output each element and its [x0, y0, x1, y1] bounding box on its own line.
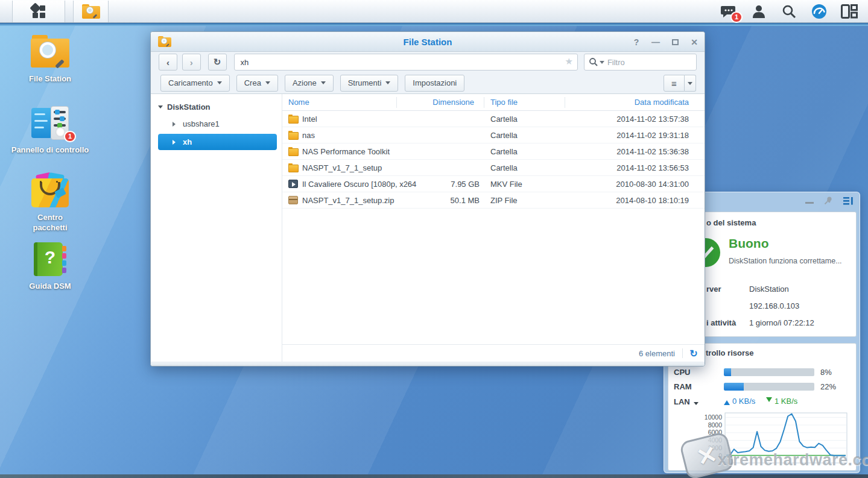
main-menu-button[interactable] — [12, 1, 65, 22]
upload-menu-button[interactable]: Caricamento — [160, 75, 230, 92]
settings-button[interactable]: Impostazioni — [405, 75, 464, 92]
column-header-size[interactable]: Dimensione — [397, 97, 484, 108]
widget-panel-icon[interactable] — [843, 196, 854, 206]
system-health-button[interactable] — [810, 2, 828, 20]
lan-label[interactable]: LAN — [674, 397, 690, 406]
desktop-icon-label: Pannello di controllo — [5, 145, 95, 155]
package-center-icon — [31, 174, 69, 207]
cpu-bar — [724, 368, 814, 376]
column-header-modified[interactable]: Data modificata — [565, 97, 705, 108]
chevron-right-icon — [173, 122, 178, 127]
desktop-icon-label: Centro pacchetti — [23, 212, 77, 233]
widget-minimize-button[interactable] — [805, 202, 814, 204]
maximize-button[interactable] — [670, 39, 680, 45]
upload-arrow-icon — [724, 397, 730, 405]
chevron-down-icon — [385, 81, 390, 87]
dsm-help-icon: ? — [34, 242, 66, 276]
search-button[interactable] — [780, 2, 798, 20]
table-row[interactable]: NASPT_v1_7_1_setup.zip 50.1 MB ZIP File … — [282, 192, 705, 209]
svg-text:4000: 4000 — [708, 436, 723, 444]
search-icon — [782, 4, 796, 19]
desktop-icon-control-panel[interactable]: 1 Pannello di controllo — [5, 106, 95, 155]
folder-icon — [288, 131, 298, 139]
desktop-icon-package-center[interactable]: Centro pacchetti — [5, 174, 95, 233]
file-list-area: Nome Dimensione Tipo file Data modificat… — [282, 94, 705, 362]
desktop-icon-label: Guida DSM — [5, 281, 95, 291]
cpu-label: CPU — [674, 368, 690, 377]
health-status-label: Buono — [729, 236, 768, 251]
create-menu-button[interactable]: Crea — [236, 75, 278, 92]
help-button[interactable]: ? — [631, 37, 642, 47]
pin-icon[interactable] — [823, 196, 833, 206]
system-status-title: o del sistema — [706, 218, 756, 227]
folder-icon — [288, 163, 298, 172]
lan-dropdown-caret-icon[interactable] — [694, 402, 699, 407]
tools-menu-button[interactable]: Strumenti — [340, 75, 399, 92]
tree-item-usbshare1[interactable]: usbshare1 — [151, 115, 282, 133]
desktop-icon-dsm-help[interactable]: ? Guida DSM — [5, 242, 95, 291]
taskbar-file-station-button[interactable] — [73, 1, 109, 22]
svg-text:0: 0 — [718, 452, 722, 459]
refresh-list-button[interactable]: ↻ — [683, 348, 705, 359]
action-menubar: Caricamento Crea Azione Strumenti Impost… — [151, 72, 705, 94]
desktop-icon-file-station[interactable]: File Station — [5, 35, 95, 84]
svg-text:10000: 10000 — [705, 414, 722, 421]
refresh-button[interactable]: ↻ — [208, 54, 227, 71]
close-button[interactable]: ✕ — [689, 37, 700, 47]
cpu-percent: 8% — [820, 368, 832, 377]
forward-button[interactable]: › — [182, 54, 201, 71]
file-rows: Intel Cartella 2014-11-02 13:57:38 nas C… — [282, 111, 705, 344]
control-panel-badge: 1 — [64, 131, 76, 142]
lan-download: 1 KB/s — [766, 397, 797, 406]
table-row[interactable]: NASPT_v1_7_1_setup Cartella 2014-11-02 1… — [282, 160, 705, 176]
health-status-description: DiskStation funziona correttame... — [729, 257, 842, 265]
chevron-down-icon — [321, 81, 326, 87]
tree-item-xh-selected[interactable]: xh — [158, 134, 277, 150]
table-header: Nome Dimensione Tipo file Data modificat… — [282, 94, 705, 111]
health-gauge-icon — [811, 4, 827, 19]
column-header-name[interactable]: Nome — [282, 97, 397, 108]
server-name-label: rver — [706, 285, 721, 294]
item-count: 6 elementi — [639, 349, 682, 358]
view-options-caret-button[interactable] — [685, 75, 696, 92]
back-button[interactable]: ‹ — [159, 54, 177, 71]
notifications-button[interactable]: 1 — [720, 2, 738, 20]
pilot-view-button[interactable] — [840, 2, 858, 20]
folder-icon — [288, 147, 298, 156]
window-titlebar[interactable]: File Station ? — ✕ — [151, 32, 705, 52]
table-row[interactable]: nas Cartella 2014-11-02 19:31:18 — [282, 127, 705, 143]
favorite-star-icon[interactable]: ★ — [565, 56, 572, 67]
ram-bar-fill — [724, 383, 744, 391]
path-input[interactable] — [234, 54, 578, 71]
desktop-top-edge — [0, 23, 868, 26]
file-station-window: File Station ? — ✕ ‹ › ↻ ★ Caricamento C… — [150, 31, 705, 366]
table-row[interactable]: NAS Performance Toolkit Cartella 2014-11… — [282, 143, 705, 160]
search-icon — [589, 57, 598, 67]
server-name-value: DiskStation — [749, 285, 789, 294]
file-station-icon — [31, 35, 69, 69]
search-options-caret-icon[interactable] — [600, 61, 604, 66]
user-menu-button[interactable] — [750, 2, 768, 20]
uptime-value: 1 giorno/i 07:22:12 — [749, 318, 814, 327]
svg-text:2000: 2000 — [708, 444, 723, 451]
svg-text:6000: 6000 — [708, 429, 723, 436]
table-row[interactable]: Intel Cartella 2014-11-02 13:57:38 — [282, 111, 705, 127]
user-icon — [752, 4, 766, 19]
column-header-type[interactable]: Tipo file — [484, 97, 565, 108]
table-row[interactable]: Il Cavaliere Oscuro [1080p, x264 7.95 GB… — [282, 176, 705, 192]
ip-value: 192.168.0.103 — [749, 301, 799, 310]
window-title: File Station — [151, 37, 705, 47]
chevron-down-icon — [265, 81, 270, 87]
tree-root-diskstation[interactable]: DiskStation — [151, 99, 282, 115]
video-file-icon — [288, 180, 298, 188]
notifications-badge: 1 — [730, 11, 743, 23]
status-bar: 6 elementi ↻ — [282, 344, 705, 362]
ram-label: RAM — [674, 382, 692, 391]
chevron-right-icon — [173, 140, 178, 145]
zip-file-icon — [288, 196, 298, 204]
list-view-button[interactable]: ≡ — [664, 75, 685, 92]
action-menu-button[interactable]: Azione — [285, 75, 334, 92]
taskbar-right-icons: 1 — [720, 0, 868, 23]
folder-icon — [288, 115, 298, 123]
minimize-button[interactable]: — — [650, 37, 661, 47]
